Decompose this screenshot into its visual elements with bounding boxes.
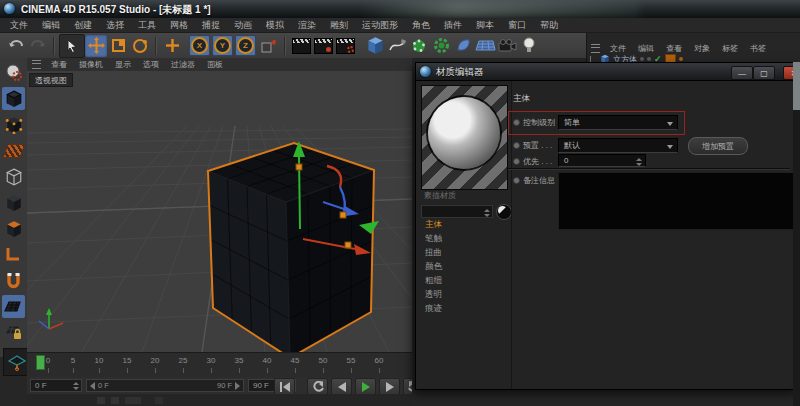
- menu-mograph[interactable]: 运动图形: [355, 19, 405, 32]
- om-menu-view[interactable]: 查看: [660, 43, 688, 54]
- animation-dot[interactable]: [513, 142, 520, 149]
- add-environment-button[interactable]: [452, 35, 474, 57]
- notes-textarea[interactable]: [558, 172, 794, 230]
- menu-tools[interactable]: 工具: [131, 19, 163, 32]
- add-preset-button[interactable]: 增加预置: [688, 137, 748, 155]
- menu-simulate[interactable]: 模拟: [259, 19, 291, 32]
- channel-distortion[interactable]: 扭曲: [425, 247, 505, 259]
- maximize-button[interactable]: ▢: [753, 66, 775, 80]
- goto-previous-key-button[interactable]: [307, 378, 328, 394]
- channel-opacity[interactable]: 透明: [425, 289, 505, 301]
- render-picture-viewer-button[interactable]: [312, 35, 334, 57]
- timeline-playhead[interactable]: [36, 355, 45, 370]
- redo-button[interactable]: [27, 35, 49, 57]
- menu-character[interactable]: 角色: [405, 19, 437, 32]
- current-frame-field[interactable]: 0 F: [30, 379, 82, 392]
- menu-script[interactable]: 脚本: [469, 19, 501, 32]
- play-button[interactable]: [355, 378, 376, 394]
- search-spinner[interactable]: [484, 209, 490, 217]
- menu-snap[interactable]: 捕捉: [195, 19, 227, 32]
- channel-main[interactable]: 主体: [425, 219, 505, 231]
- add-generator-button[interactable]: [408, 35, 430, 57]
- om-menu-bookmarks[interactable]: 书签: [744, 43, 772, 54]
- menu-select[interactable]: 选择: [99, 19, 131, 32]
- om-menu-tags[interactable]: 标签: [716, 43, 744, 54]
- goto-start-button[interactable]: [274, 378, 295, 394]
- axis-y-lock[interactable]: Y: [212, 35, 233, 56]
- channel-clip[interactable]: 痕迹: [425, 303, 505, 315]
- control-level-dropdown[interactable]: 简单: [558, 115, 678, 130]
- add-cube-button[interactable]: [364, 35, 386, 57]
- add-light-button[interactable]: [518, 35, 540, 57]
- animation-dot[interactable]: [513, 177, 520, 184]
- workplane-mode-button[interactable]: [2, 295, 25, 318]
- visibility-dot-editor[interactable]: [640, 57, 644, 61]
- om-panel-menu-icon[interactable]: [591, 44, 600, 53]
- minimize-button[interactable]: —: [731, 66, 753, 80]
- visibility-dot-render[interactable]: [647, 57, 651, 61]
- window-titlebar[interactable]: CINEMA 4D R15.057 Studio - [未标题 1 *]: [0, 0, 800, 18]
- material-preview[interactable]: [421, 85, 508, 190]
- view-label[interactable]: 透视视图: [29, 73, 73, 87]
- material-editor-titlebar[interactable]: 材质编辑器 — ▢ ✕: [416, 63, 799, 81]
- priority-spinner[interactable]: [636, 158, 642, 166]
- scale-tool[interactable]: [107, 35, 129, 57]
- live-selection-tool[interactable]: [59, 34, 85, 58]
- lock-workplane-button[interactable]: [2, 321, 25, 344]
- range-left-arrow-icon[interactable]: [90, 382, 95, 390]
- undo-button[interactable]: [5, 35, 27, 57]
- viewport-panel-menu-icon[interactable]: [32, 60, 41, 69]
- tag-dot-icon[interactable]: [679, 57, 683, 61]
- animation-dot[interactable]: [513, 158, 520, 165]
- vp-menu-display[interactable]: 显示: [109, 59, 137, 70]
- menu-create[interactable]: 创建: [67, 19, 99, 32]
- vp-menu-filter[interactable]: 过滤器: [165, 59, 201, 70]
- menu-window[interactable]: 窗口: [501, 19, 533, 32]
- preview-type-button[interactable]: [496, 204, 512, 220]
- om-menu-objects[interactable]: 对象: [688, 43, 716, 54]
- add-camera-button[interactable]: [496, 35, 518, 57]
- axis-x-lock[interactable]: X: [189, 35, 210, 56]
- channel-thickness[interactable]: 粗细: [425, 275, 505, 287]
- animation-dot[interactable]: [513, 119, 520, 126]
- vp-menu-panel[interactable]: 面板: [201, 59, 229, 70]
- menu-animate[interactable]: 动画: [227, 19, 259, 32]
- menu-help[interactable]: 帮助: [533, 19, 565, 32]
- menu-sculpt[interactable]: 雕刻: [323, 19, 355, 32]
- menu-render[interactable]: 渲染: [291, 19, 323, 32]
- channel-color[interactable]: 颜色: [425, 261, 505, 273]
- goto-next-key-button[interactable]: [403, 378, 412, 394]
- model-mode-button[interactable]: [2, 87, 25, 110]
- om-menu-edit[interactable]: 编辑: [632, 43, 660, 54]
- render-settings-button[interactable]: [334, 35, 356, 57]
- vp-menu-cameras[interactable]: 摄像机: [73, 59, 109, 70]
- last-used-tool[interactable]: [161, 35, 183, 57]
- polygon-face-mode-button[interactable]: [2, 217, 25, 240]
- polygons-mode-button[interactable]: [2, 191, 25, 214]
- add-deformer-button[interactable]: [430, 35, 452, 57]
- material-editor-window[interactable]: 材质编辑器 — ▢ ✕ 素描材质 主体 笔触 扭曲 颜色 粗细 透明 痕迹 主体…: [415, 62, 800, 390]
- next-frame-button[interactable]: [379, 378, 400, 394]
- edges-mode-button[interactable]: [2, 165, 25, 188]
- points-mode-button[interactable]: [2, 113, 25, 136]
- preset-dropdown[interactable]: 默认: [558, 138, 678, 153]
- make-editable-button[interactable]: [2, 61, 25, 84]
- vp-menu-view[interactable]: 查看: [45, 59, 73, 70]
- timeline-ruler[interactable]: 0 5 10 15 20 25 30 35 40 45 50 55 60: [27, 352, 412, 377]
- om-menu-file[interactable]: 文件: [604, 43, 632, 54]
- rotate-tool[interactable]: [129, 35, 151, 57]
- previous-frame-button[interactable]: [331, 378, 352, 394]
- enable-snap-button[interactable]: [2, 269, 25, 292]
- menu-plugins[interactable]: 插件: [437, 19, 469, 32]
- channel-search-input[interactable]: [421, 205, 493, 218]
- preview-range-slider[interactable]: 0 F 90 F: [86, 379, 244, 392]
- menu-mesh[interactable]: 网格: [163, 19, 195, 32]
- menu-file[interactable]: 文件: [3, 19, 35, 32]
- axis-z-lock[interactable]: Z: [235, 35, 256, 56]
- add-floor-button[interactable]: [474, 35, 496, 57]
- priority-field[interactable]: 0: [558, 154, 646, 167]
- move-tool[interactable]: [85, 35, 107, 57]
- render-view-button[interactable]: [290, 35, 312, 57]
- channel-strokes[interactable]: 笔触: [425, 233, 505, 245]
- frame-spinner[interactable]: [73, 382, 79, 390]
